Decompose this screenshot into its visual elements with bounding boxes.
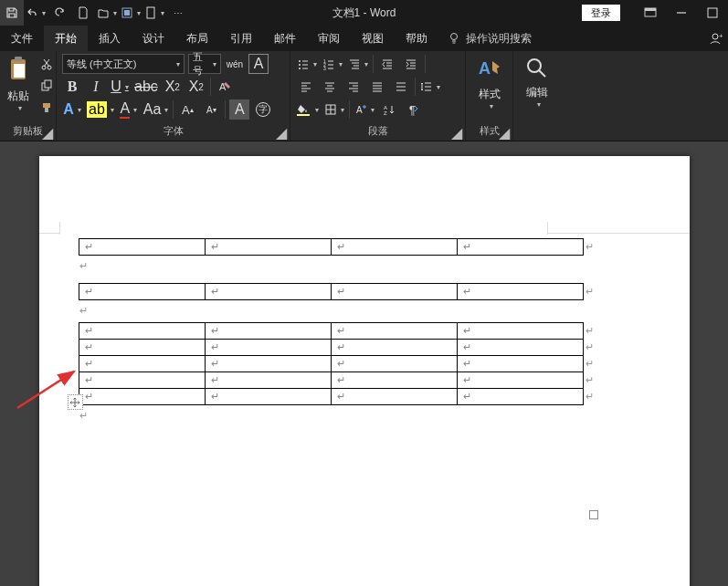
open-icon[interactable]: ▾ [95, 0, 119, 26]
tab-help[interactable]: 帮助 [395, 26, 438, 51]
editing-button[interactable]: 编辑 ▾ [519, 54, 555, 109]
bullets-button[interactable]: ▾ [296, 54, 318, 74]
chevron-down-icon[interactable]: ▾ [125, 83, 129, 91]
word-table[interactable]: ↵↵↵↵↵ ↵↵↵↵↵ ↵↵↵↵↵ ↵↵↵↵↵ ↵↵↵↵↵ [79, 322, 584, 405]
chevron-down-icon[interactable]: ▾ [364, 60, 368, 68]
phonetic-guide-icon[interactable]: wén [225, 54, 245, 74]
font-launcher-icon[interactable]: ◢ [275, 126, 288, 139]
table-resize-handle[interactable] [589, 510, 598, 519]
italic-button[interactable]: I [86, 77, 106, 97]
chevron-down-icon[interactable]: ▾ [437, 83, 440, 91]
copy-icon[interactable] [37, 76, 57, 96]
align-distributed-icon[interactable] [391, 77, 411, 97]
page[interactable]: ↵↵↵↵↵ ↵ ↵↵↵↵↵ ↵ ↵↵↵↵↵ ↵↵↵↵↵ ↵↵↵↵↵ ↵↵↵↵↵ … [39, 156, 690, 586]
strikethrough-button[interactable]: abc [133, 77, 159, 97]
bold-button[interactable]: B [62, 77, 82, 97]
tab-file[interactable]: 文件 [0, 26, 44, 51]
styles-launcher-icon[interactable]: ◢ [498, 126, 511, 139]
paste-button[interactable]: 粘贴 ▾ [5, 54, 31, 112]
paragraph-launcher-icon[interactable]: ◢ [450, 126, 463, 139]
tab-layout[interactable]: 布局 [175, 26, 219, 51]
chevron-down-icon[interactable]: ▾ [111, 106, 114, 114]
cut-icon[interactable] [37, 54, 57, 74]
qat-customize-icon[interactable]: ⋯ [166, 0, 190, 26]
grow-font-icon[interactable]: A▴ [177, 99, 197, 120]
styles-button[interactable]: A 样式 ▾ [471, 54, 507, 110]
maximize-icon[interactable] [697, 0, 728, 26]
chevron-down-icon[interactable]: ▾ [164, 106, 168, 114]
table-row[interactable]: ↵↵↵↵↵ [79, 239, 583, 256]
align-right-icon[interactable] [343, 77, 364, 97]
highlight-button[interactable]: ab▾ [86, 99, 115, 120]
align-center-icon[interactable] [320, 77, 340, 97]
change-case-button[interactable]: Aa▾ [142, 99, 170, 120]
table-row[interactable]: ↵↵↵↵↵ [79, 389, 583, 405]
char-scale-button[interactable]: A▾ [353, 99, 375, 120]
text-effects-button[interactable]: A▾ [62, 99, 82, 120]
table-row[interactable]: ↵↵↵↵↵ [79, 284, 583, 300]
sort-icon[interactable]: AZ [379, 99, 399, 120]
chevron-down-icon[interactable]: ▾ [341, 106, 344, 114]
chevron-down-icon[interactable]: ▾ [537, 100, 541, 109]
tab-insert[interactable]: 插入 [88, 26, 132, 51]
chevron-down-icon[interactable]: ▾ [133, 106, 137, 114]
tab-view[interactable]: 视图 [351, 26, 395, 51]
multilevel-list-button[interactable]: ▾ [347, 54, 369, 74]
touch-mode-icon[interactable]: ▾ [119, 0, 142, 26]
table-row[interactable]: ↵↵↵↵↵ [79, 356, 583, 372]
word-table[interactable]: ↵↵↵↵↵ [79, 283, 584, 300]
clipboard-launcher-icon[interactable]: ◢ [41, 126, 54, 139]
line-spacing-button[interactable]: ▾ [419, 77, 441, 97]
tab-mailings[interactable]: 邮件 [263, 26, 307, 51]
tell-me[interactable]: 操作说明搜索 [448, 26, 532, 51]
chevron-down-icon[interactable]: ▾ [315, 106, 319, 114]
chevron-down-icon[interactable]: ▾ [113, 9, 117, 17]
underline-button[interactable]: U▾ [110, 77, 130, 97]
font-color-button[interactable]: A▾ [119, 99, 139, 120]
chevron-down-icon[interactable]: ▾ [137, 9, 141, 17]
tab-review[interactable]: 审阅 [307, 26, 351, 51]
ribbon-display-icon[interactable] [635, 0, 666, 26]
share-icon[interactable]: + [708, 26, 723, 51]
word-table[interactable]: ↵↵↵↵↵ [79, 238, 584, 256]
chevron-down-icon[interactable]: ▾ [18, 104, 22, 112]
chevron-down-icon[interactable]: ▾ [161, 9, 164, 17]
char-border-icon[interactable]: A [248, 54, 269, 74]
minimize-icon[interactable] [666, 0, 697, 26]
superscript-button[interactable]: X2 [186, 77, 206, 97]
tab-references[interactable]: 引用 [219, 26, 263, 51]
align-justify-icon[interactable] [367, 77, 387, 97]
decrease-indent-icon[interactable] [377, 54, 397, 74]
chevron-down-icon[interactable]: ▾ [78, 106, 81, 114]
document-area[interactable]: ↵↵↵↵↵ ↵ ↵↵↵↵↵ ↵ ↵↵↵↵↵ ↵↵↵↵↵ ↵↵↵↵↵ ↵↵↵↵↵ … [0, 141, 728, 586]
chevron-down-icon[interactable]: ▾ [490, 102, 493, 110]
undo-icon[interactable]: ▾ [24, 0, 47, 26]
table-row[interactable]: ↵↵↵↵↵ [79, 340, 583, 356]
font-size-combo[interactable]: 五号▾ [188, 54, 221, 74]
new-doc-icon[interactable] [71, 0, 95, 26]
enclose-char-icon[interactable]: 字 [253, 99, 273, 120]
show-marks-icon[interactable]: ¶ [403, 99, 423, 120]
clear-format-icon[interactable]: A [215, 77, 235, 97]
subscript-button[interactable]: X2 [163, 77, 183, 97]
shrink-font-icon[interactable]: A▾ [201, 99, 221, 120]
table-row[interactable]: ↵↵↵↵↵ [79, 372, 583, 389]
table-row[interactable]: ↵↵↵↵↵ [79, 323, 583, 340]
char-shading-icon[interactable]: A [229, 99, 249, 120]
print-preview-icon[interactable]: ▾ [142, 0, 166, 26]
chevron-down-icon[interactable]: ▾ [339, 60, 343, 68]
borders-button[interactable]: ▾ [323, 99, 345, 120]
tab-home[interactable]: 开始 [44, 26, 88, 51]
chevron-down-icon[interactable]: ▾ [371, 106, 375, 114]
chevron-down-icon[interactable]: ▾ [213, 60, 216, 68]
redo-icon[interactable] [47, 0, 71, 26]
chevron-down-icon[interactable]: ▾ [176, 60, 180, 68]
save-icon[interactable] [0, 0, 24, 26]
tab-design[interactable]: 设计 [132, 26, 175, 51]
shading-button[interactable]: ▾ [296, 99, 320, 120]
increase-indent-icon[interactable] [401, 54, 421, 74]
numbering-button[interactable]: 123▾ [322, 54, 343, 74]
login-button[interactable]: 登录 [582, 5, 620, 21]
align-left-icon[interactable] [296, 77, 316, 97]
chevron-down-icon[interactable]: ▾ [42, 9, 46, 17]
